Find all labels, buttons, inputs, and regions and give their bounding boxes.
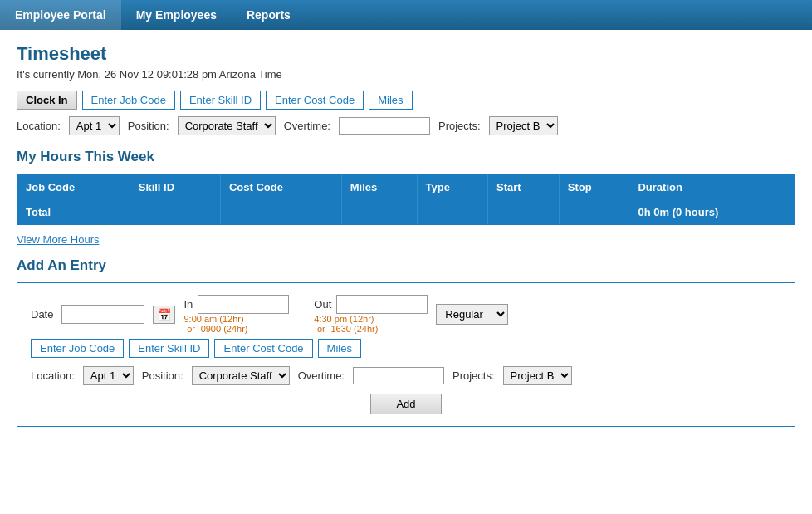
add-entry-projects-label: Projects: (452, 370, 495, 382)
in-out-row: In 9:00 am (12hr) -or- 0900 (24hr) Out 4… (183, 295, 428, 334)
col-start: Start (488, 174, 560, 200)
hours-table-wrap: Job Code Skill ID Cost Code Miles Type S… (17, 174, 795, 225)
add-button[interactable]: Add (370, 394, 441, 414)
add-entry-row2: Enter Job Code Enter Skill ID Enter Cost… (31, 339, 781, 358)
add-entry-overtime-input[interactable] (353, 367, 444, 384)
total-empty-2 (220, 200, 341, 224)
main-content: Timesheet It's currently Mon, 26 Nov 12 … (0, 30, 812, 440)
hours-table: Job Code Skill ID Cost Code Miles Type S… (17, 174, 795, 224)
view-more-hours-link[interactable]: View More Hours (17, 233, 99, 246)
out-section: Out 4:30 pm (12hr) -or- 1630 (24hr) (314, 295, 428, 334)
add-entry-miles-button[interactable]: Miles (318, 339, 361, 358)
out-label: Out (314, 298, 331, 311)
date-label: Date (31, 308, 53, 321)
projects-select[interactable]: Project B Project A (489, 116, 558, 135)
in-label: In (183, 298, 193, 311)
out-hints: 4:30 pm (12hr) -or- 1630 (24hr) (314, 314, 428, 334)
add-entry-row1: Date 📅 In 9:00 am (12hr) -or- 0900 (24hr… (31, 295, 781, 334)
projects-label: Projects: (438, 120, 481, 132)
add-entry-location-select[interactable]: Apt 1 Apt 2 (83, 366, 134, 385)
clock-in-row: Clock In Enter Job Code Enter Skill ID E… (17, 91, 795, 110)
out-time-input[interactable] (336, 295, 428, 314)
total-empty-4 (417, 200, 487, 224)
nav-item-employee-portal[interactable]: Employee Portal (0, 0, 121, 30)
out-hint2: -or- 1630 (24hr) (314, 324, 428, 334)
total-label: Total (17, 200, 130, 224)
overtime-label: Overtime: (284, 120, 330, 132)
clock-in-button[interactable]: Clock In (17, 91, 77, 110)
in-hints: 9:00 am (12hr) -or- 0900 (24hr) (183, 314, 289, 334)
total-empty-5 (488, 200, 560, 224)
add-entry-cost-code-button[interactable]: Enter Cost Code (214, 339, 312, 358)
add-entry-title: Add An Entry (17, 257, 795, 274)
hours-table-header: Job Code Skill ID Cost Code Miles Type S… (17, 174, 795, 200)
out-hint1: 4:30 pm (12hr) (314, 314, 428, 324)
clock-in-location-row: Location: Apt 1 Apt 2 Position: Corporat… (17, 116, 795, 135)
in-section: In 9:00 am (12hr) -or- 0900 (24hr) (183, 295, 289, 334)
add-entry-skill-id-button[interactable]: Enter Skill ID (129, 339, 209, 358)
add-entry-row3: Location: Apt 1 Apt 2 Position: Corporat… (31, 366, 781, 385)
add-entry-box: Date 📅 In 9:00 am (12hr) -or- 0900 (24hr… (17, 282, 795, 427)
position-label: Position: (128, 120, 169, 132)
total-value: 0h 0m (0 hours) (629, 200, 795, 224)
calendar-icon[interactable]: 📅 (153, 306, 175, 324)
entry-type-select[interactable]: Regular Overtime Vacation Sick (436, 304, 508, 325)
position-select[interactable]: Corporate Staff Manager (178, 116, 276, 135)
col-duration: Duration (629, 174, 795, 200)
overtime-input[interactable] (339, 117, 430, 135)
hours-section-title: My Hours This Week (17, 149, 795, 165)
location-label: Location: (17, 120, 61, 132)
in-hint2: -or- 0900 (24hr) (183, 324, 289, 334)
col-skill-id: Skill ID (130, 174, 220, 200)
col-miles: Miles (341, 174, 417, 200)
current-time: It's currently Mon, 26 Nov 12 09:01:28 p… (17, 68, 795, 81)
date-input[interactable] (61, 305, 144, 324)
nav-item-reports[interactable]: Reports (232, 0, 306, 30)
add-entry-job-code-button[interactable]: Enter Job Code (31, 339, 124, 358)
total-empty-3 (341, 200, 417, 224)
in-time-input[interactable] (198, 295, 289, 314)
enter-cost-code-button[interactable]: Enter Cost Code (266, 91, 364, 110)
page-title: Timesheet (17, 43, 795, 65)
col-type: Type (417, 174, 487, 200)
in-hint1: 9:00 am (12hr) (183, 314, 289, 324)
navbar: Employee PortalMy EmployeesReports (0, 0, 812, 30)
location-select[interactable]: Apt 1 Apt 2 (69, 116, 120, 135)
add-entry-overtime-label: Overtime: (298, 370, 345, 382)
col-stop: Stop (559, 174, 629, 200)
add-entry-position-label: Position: (142, 370, 183, 382)
col-job-code: Job Code (17, 174, 130, 200)
add-entry-location-label: Location: (31, 370, 75, 382)
nav-item-my-employees[interactable]: My Employees (121, 0, 232, 30)
add-entry-position-select[interactable]: Corporate Staff Manager (192, 366, 290, 385)
add-entry-projects-select[interactable]: Project B Project A (503, 366, 572, 385)
col-cost-code: Cost Code (220, 174, 341, 200)
total-row: Total 0h 0m (0 hours) (17, 200, 795, 224)
miles-button[interactable]: Miles (369, 91, 412, 110)
total-empty-6 (559, 200, 629, 224)
total-empty-1 (130, 200, 220, 224)
add-btn-row: Add (31, 394, 781, 414)
enter-skill-id-button[interactable]: Enter Skill ID (180, 91, 261, 110)
enter-job-code-button[interactable]: Enter Job Code (82, 91, 175, 110)
